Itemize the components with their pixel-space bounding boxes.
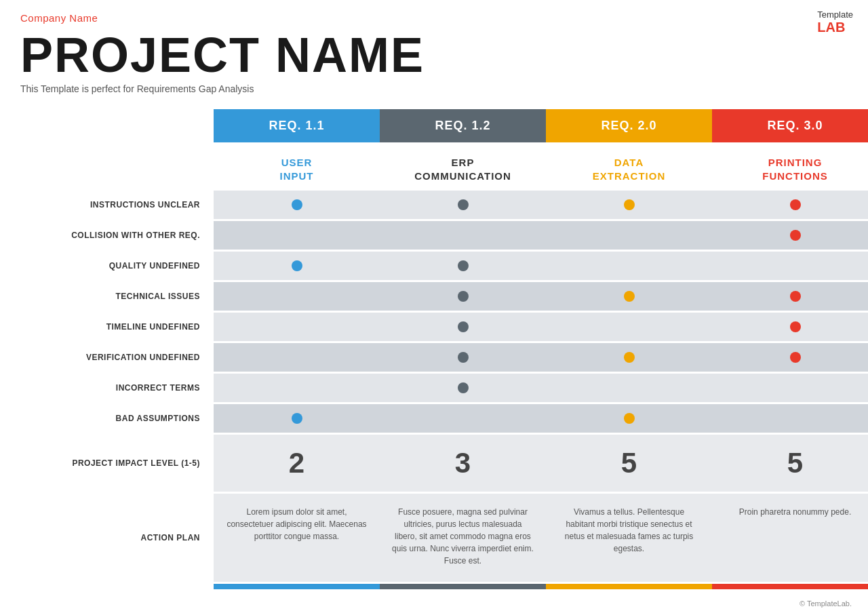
row-cell	[546, 191, 712, 219]
table-row: INCORRECT TERMS	[20, 374, 848, 402]
dot-indicator	[624, 199, 635, 210]
req-header-1-1: REQ. 1.1	[214, 109, 380, 142]
footer: © TemplateLab.	[800, 599, 852, 608]
row-label: QUALITY UNDEFINED	[20, 252, 214, 280]
row-cell	[712, 404, 868, 433]
dot-indicator	[790, 352, 801, 363]
action-plan-row: ACTION PLAN Lorem ipsum dolor sit amet, …	[20, 494, 848, 582]
dot-indicator	[292, 199, 302, 210]
footer-text: © TemplateLab.	[800, 599, 852, 608]
row-cell	[214, 343, 380, 372]
sub-header-2-0: DATAEXTRACTION	[546, 153, 712, 185]
req-header-2-0: REQ. 2.0	[546, 109, 712, 142]
row-label: INSTRUCTIONS UNCLEAR	[20, 191, 214, 219]
row-cell	[546, 252, 712, 280]
row-cell	[380, 221, 546, 250]
bottom-bar-1-1	[214, 584, 380, 589]
bottom-bar-1-2	[380, 584, 546, 589]
action-plan-cell-3: Vivamus a tellus. Pellentesque habitant …	[546, 494, 712, 582]
row-cell	[546, 343, 712, 372]
row-label: COLLISION WITH OTHER REQ.	[20, 221, 214, 250]
row-cell	[712, 282, 868, 311]
sub-header-1-1: USERINPUT	[214, 153, 380, 185]
row-cell	[214, 282, 380, 311]
impact-row: PROJECT IMPACT LEVEL (1-5) 2 3 5 5	[20, 435, 848, 492]
impact-cell-3: 5	[546, 435, 712, 492]
sub-header-1-2: ERPCOMMUNICATION	[380, 153, 546, 185]
dot-indicator	[790, 291, 801, 302]
table-row: TECHNICAL ISSUES	[20, 282, 848, 311]
logo-template: Template	[817, 9, 853, 20]
action-plan-label: ACTION PLAN	[20, 494, 214, 582]
dot-indicator	[458, 291, 469, 302]
action-plan-cell-1: Lorem ipsum dolor sit amet, consectetuer…	[214, 494, 380, 582]
row-cell	[546, 282, 712, 311]
bottom-bar-3-0	[712, 584, 868, 589]
row-cell	[712, 374, 868, 402]
row-label: TECHNICAL ISSUES	[20, 282, 214, 311]
logo: Template LAB	[817, 9, 853, 35]
dot-indicator	[624, 291, 635, 302]
sub-headers: USERINPUT ERPCOMMUNICATION DATAEXTRACTIO…	[20, 153, 848, 185]
impact-cell-1: 2	[214, 435, 380, 492]
dot-indicator	[624, 352, 635, 363]
req-header-1-2: REQ. 1.2	[380, 109, 546, 142]
row-cell	[214, 313, 380, 341]
logo-lab: LAB	[817, 20, 845, 35]
impact-cell-2: 3	[380, 435, 546, 492]
row-cell	[380, 343, 546, 372]
sub-header-3-0: PRINTINGFUNCTIONS	[712, 153, 868, 185]
action-plan-cell-4: Proin pharetra nonummy pede.	[712, 494, 868, 582]
row-cell	[214, 374, 380, 402]
dot-indicator	[458, 352, 469, 363]
bottom-bars	[20, 584, 848, 589]
table-row: BAD ASSUMPTIONS	[20, 404, 848, 433]
table-row: COLLISION WITH OTHER REQ.	[20, 221, 848, 250]
row-cell	[546, 221, 712, 250]
dot-indicator	[458, 260, 469, 271]
dot-indicator	[790, 199, 801, 210]
row-cell	[712, 313, 868, 341]
impact-cell-4: 5	[712, 435, 868, 492]
row-cell	[380, 374, 546, 402]
table-row: VERIFICATION UNDEFINED	[20, 343, 848, 372]
table-row: TIMELINE UNDEFINED	[20, 313, 848, 341]
dot-indicator	[292, 260, 302, 271]
dot-indicator	[292, 413, 302, 424]
req-header-3-0: REQ. 3.0	[712, 109, 868, 142]
row-cell	[546, 313, 712, 341]
row-cell	[380, 191, 546, 219]
row-cell	[380, 252, 546, 280]
row-cell	[214, 404, 380, 433]
row-cell	[380, 404, 546, 433]
bottom-bar-2-0	[546, 584, 712, 589]
bottom-bar-spacer	[20, 584, 214, 589]
row-cell	[380, 313, 546, 341]
impact-label: PROJECT IMPACT LEVEL (1-5)	[20, 435, 214, 492]
row-cell	[214, 191, 380, 219]
row-label: VERIFICATION UNDEFINED	[20, 343, 214, 372]
row-label: BAD ASSUMPTIONS	[20, 404, 214, 433]
sub-header-spacer	[20, 153, 214, 185]
page-header: Company Name PROJECT NAME This Template …	[0, 0, 868, 94]
company-name: Company Name	[20, 12, 848, 24]
row-cell	[380, 282, 546, 311]
dot-indicator	[624, 413, 635, 424]
project-title: PROJECT NAME	[20, 31, 848, 79]
project-subtitle: This Template is perfect for Requirement…	[20, 83, 848, 94]
dot-indicator	[458, 321, 469, 332]
dot-indicator	[458, 382, 469, 393]
row-cell	[546, 404, 712, 433]
row-cell	[712, 191, 868, 219]
row-cell	[214, 221, 380, 250]
dot-indicator	[790, 321, 801, 332]
dot-indicator	[458, 199, 469, 210]
table-row: QUALITY UNDEFINED	[20, 252, 848, 280]
row-label: INCORRECT TERMS	[20, 374, 214, 402]
req-headers: REQ. 1.1 REQ. 1.2 REQ. 2.0 REQ. 3.0	[20, 109, 848, 142]
req-header-spacer	[20, 109, 214, 142]
table-row: INSTRUCTIONS UNCLEAR	[20, 191, 848, 219]
data-rows: INSTRUCTIONS UNCLEARCOLLISION WITH OTHER…	[20, 191, 848, 433]
row-cell	[712, 343, 868, 372]
row-cell	[712, 252, 868, 280]
